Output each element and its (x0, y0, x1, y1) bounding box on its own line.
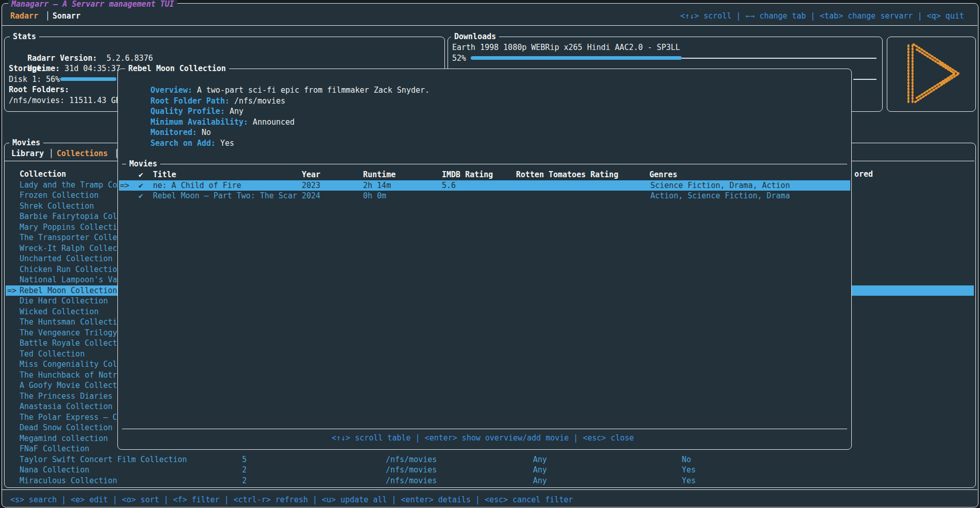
movies-header-runtime: Runtime (363, 170, 396, 180)
tab-library[interactable]: Library (11, 148, 44, 159)
tab-collections[interactable]: Collections (57, 148, 108, 159)
collection-row[interactable]: The Huntsman Collecti (20, 317, 117, 328)
collection-quality-profile: Any (533, 476, 547, 486)
top-separator-line (2, 25, 977, 26)
collection-row[interactable]: Nana Collection (20, 465, 89, 476)
collection-row[interactable]: Miss Congeniality Col (20, 359, 117, 370)
movie-genres: Science Fiction, Drama, Action (650, 180, 790, 191)
movie-year: 2023 (302, 180, 320, 191)
movies-panel-title: Movies (9, 139, 43, 147)
movie-title: ne: A Child of Fire (153, 180, 242, 191)
movie-runtime: 0h 0m (363, 191, 386, 201)
search-on-add-label: Search on Add: (150, 139, 215, 148)
disk-usage-bar (60, 77, 116, 81)
collection-root-folder: /nfs/movies (386, 476, 437, 486)
collection-row[interactable]: The Polar Express – C (20, 412, 117, 423)
tab-sonarr[interactable]: Sonarr (53, 11, 80, 22)
movie-row[interactable]: ✔ Rebel Moon – Part Two: The Scar 2024 0… (119, 191, 850, 201)
download-percent-label: 52% (452, 53, 466, 64)
movie-genres: Action, Science Fiction, Drama (650, 191, 790, 201)
collection-search-on-add: Yes (682, 465, 696, 476)
stats-panel-title: Stats (10, 32, 39, 41)
monitored-check-icon: ✔ (139, 191, 143, 201)
collection-details-modal: Rebel Moon Collection Overview: A two-pa… (117, 69, 852, 450)
collection-row[interactable]: Wreck-It Ralph Collec (20, 243, 117, 254)
managarr-app: Managarr — A Servarr management TUI Rada… (0, 0, 980, 508)
collection-quality-profile: Any (533, 465, 547, 476)
movie-year: 2024 (302, 191, 320, 201)
selection-arrow: => (7, 285, 16, 296)
radarr-logo-icon (891, 39, 971, 108)
collection-root-folder: /nfs/movies (386, 454, 437, 465)
collection-row[interactable]: Chicken Run Collectio (20, 264, 117, 275)
download-progress-bar (471, 56, 682, 60)
collection-row[interactable]: Miraculous Collection (20, 476, 117, 486)
collection-row[interactable]: Die Hard Collection (20, 296, 108, 307)
selection-arrow: => (120, 180, 129, 191)
collection-search-on-add: No (682, 454, 691, 465)
movies-header-year: Year (302, 170, 320, 180)
collection-movie-count: 5 (242, 454, 247, 465)
download-progress-track (682, 58, 876, 59)
modal-movies-title: Movies (126, 160, 160, 168)
modal-movies-top-rule (122, 164, 847, 164)
collection-column-header: Collection (20, 169, 66, 180)
movies-header-rt: Rotten Tomatoes Rating (516, 170, 618, 180)
storage-label: Storage: (9, 63, 46, 74)
collection-row[interactable]: Battle Royale Collect (20, 338, 117, 349)
root-folders-label: Root Folders: (9, 84, 69, 95)
bottom-separator-line (2, 489, 977, 490)
tab-radarr[interactable]: Radarr (10, 11, 38, 22)
movies-header-title: Title (153, 170, 176, 180)
uptime-value: 31d 04:35:37 (60, 64, 120, 73)
app-title: Managarr — A Servarr management TUI (8, 0, 177, 8)
collection-row[interactable]: A Goofy Movie Collect (20, 380, 117, 391)
collection-row[interactable]: The Hunchback of Notr (20, 370, 117, 381)
downloads-panel-title: Downloads (451, 32, 499, 41)
collection-row[interactable]: The Transporter Colle (20, 232, 117, 243)
download2-progress-track (853, 79, 876, 80)
collection-row[interactable]: Dead Snow Collection (20, 422, 113, 433)
tab-separator: │ (45, 11, 50, 22)
collection-row[interactable]: Taylor Swift Concert Film Collection (20, 454, 187, 465)
monitored-column-header-truncated: ored (854, 169, 873, 180)
movies-tab-separator-1: │ (49, 148, 54, 159)
disk-usage-label: Disk 1: 56% (9, 74, 60, 85)
collection-movie-count: 2 (242, 465, 247, 476)
movies-header-genres: Genres (649, 170, 677, 180)
collection-row[interactable]: Wicked Collection (20, 307, 99, 317)
minimum-availability-value: Announced (248, 117, 295, 127)
collection-row[interactable]: Uncharted Collection (20, 253, 113, 264)
search-on-add-value: Yes (216, 139, 234, 148)
collection-row[interactable]: Shrek Collection (20, 201, 94, 212)
collection-row[interactable]: National Lampoon's Va (20, 275, 117, 285)
modal-keybind-help: <↑↓> scroll table | <enter> show overvie… (332, 433, 634, 444)
collection-row[interactable]: Frozen Collection (20, 190, 99, 201)
collection-quality-profile: Any (533, 454, 547, 465)
collection-row[interactable]: Mary Poppins Collecti (20, 222, 117, 233)
movie-runtime: 2h 14m (363, 180, 391, 191)
modal-movies-bottom-rule (122, 429, 847, 429)
monitored-check-icon: ✔ (139, 180, 143, 191)
collection-row[interactable]: Megamind collection (20, 433, 108, 444)
collection-row[interactable]: FNaF Collection (20, 444, 89, 454)
collection-row[interactable]: Lady and the Tramp Co (20, 180, 117, 191)
movies-header-imdb: IMDB Rating (442, 170, 493, 180)
collection-search-on-add: Yes (682, 476, 696, 486)
bottom-keybind-help: <s> search | <e> edit | <o> sort | <f> f… (10, 495, 573, 505)
collection-row-label: Rebel Moon Collection (20, 285, 117, 296)
movie-title: Rebel Moon – Part Two: The Scar (153, 191, 297, 201)
movie-row-selected[interactable]: => ✔ ne: A Child of Fire 2023 2h 14m 5.6… (119, 180, 850, 191)
collection-row[interactable]: Anastasia Collection (20, 401, 113, 412)
collection-row[interactable]: Barbie Fairytopia Col (20, 211, 117, 222)
download-item-title: Earth 1998 1080p WEBRip x265 Hindi AAC2.… (452, 42, 680, 53)
top-keybind-help: <↑↓> scroll | ←→ change tab | <tab> chan… (680, 11, 964, 22)
root-folder-usage: /nfs/movies: 11511.43 GB (9, 95, 121, 106)
collection-row[interactable]: The Vengeance Trilogy (20, 328, 117, 338)
collection-movie-count: 2 (242, 476, 247, 486)
movies-header-check: ✔ (139, 170, 143, 180)
movie-imdb-rating: 5.6 (442, 180, 456, 191)
collection-row[interactable]: Ted Collection (20, 349, 84, 360)
modal-title: Rebel Moon Collection (125, 64, 229, 73)
collection-row[interactable]: The Princess Diaries (20, 391, 113, 402)
